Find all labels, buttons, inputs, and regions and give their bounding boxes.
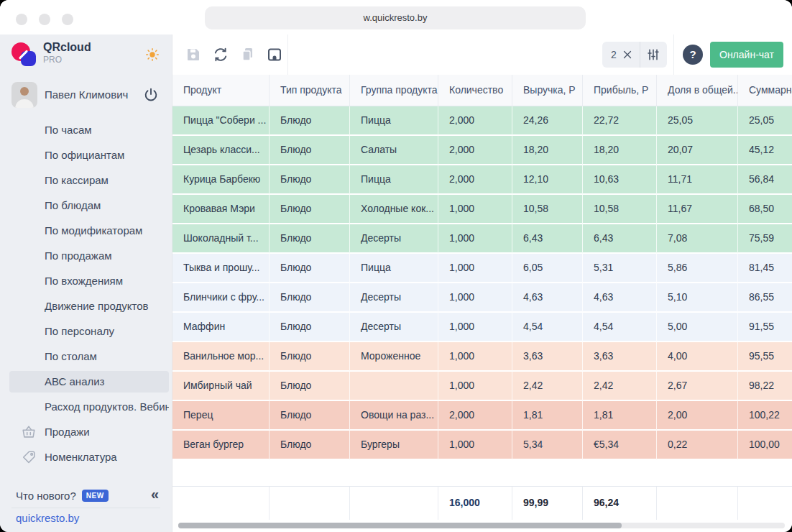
column-header[interactable]: Прибыль, Р <box>583 75 657 106</box>
table-cell: 2,000 <box>438 136 512 165</box>
sidebar-item[interactable]: Расход продуктов. Вебин... <box>9 396 169 418</box>
theme-sun-icon[interactable] <box>144 47 160 63</box>
scrollbar-thumb[interactable] <box>178 523 622 528</box>
table-row[interactable]: Цезарь класси...БлюдоСалаты2,00018,2018,… <box>172 136 792 165</box>
sidebar-item[interactable]: По вхождениям <box>9 270 169 292</box>
table-cell: 86,55 <box>738 283 792 313</box>
column-header[interactable]: Количество <box>438 75 512 106</box>
table-cell: 5,31 <box>583 254 657 283</box>
table-cell: 10,58 <box>583 195 657 224</box>
refresh-icon <box>212 46 229 63</box>
refresh-button[interactable] <box>211 45 230 64</box>
column-header[interactable]: Тип продукта <box>270 75 350 106</box>
table-cell: 6,43 <box>583 224 657 254</box>
filter-sliders-icon[interactable] <box>646 47 660 62</box>
table-row[interactable]: Курица БарбекюБлюдоПицца2,00012,1010,631… <box>172 165 792 195</box>
table-cell: 100,22 <box>738 401 792 431</box>
column-header[interactable]: Выручка, Р <box>512 75 583 106</box>
table-cell: 0,22 <box>657 431 738 460</box>
table-cell: 12,10 <box>512 165 583 195</box>
online-chat-button[interactable]: Онлайн-чат <box>710 42 783 68</box>
table-cell: Блюдо <box>270 283 350 313</box>
logout-power-icon[interactable] <box>143 87 159 103</box>
table-row[interactable]: Шоколадный т...БлюдоДесерты1,0006,436,43… <box>172 224 792 254</box>
table-cell: €5,34 <box>583 431 657 460</box>
table-row[interactable]: Блинчики с фру...БлюдоДесерты1,0004,634,… <box>172 283 792 313</box>
table-cell: Блюдо <box>270 106 350 136</box>
sidebar-item[interactable]: По официантам <box>9 145 169 166</box>
sidebar-item[interactable]: По модификаторам <box>9 220 169 242</box>
display-icon <box>266 46 283 63</box>
table-row[interactable]: ПерецБлюдоОвощи на раз...2,0001,811,812,… <box>172 401 792 431</box>
table-cell: Кровавая Мэри <box>172 195 270 224</box>
sidebar-item[interactable]: По блюдам <box>9 195 169 216</box>
logo-row: QRcloud PRO <box>0 35 172 75</box>
table-cell: Пицца <box>350 106 438 136</box>
sidebar-item[interactable]: По столам <box>9 346 169 367</box>
column-header[interactable]: Суммарная <box>738 75 792 106</box>
copy-button[interactable] <box>239 45 257 64</box>
table-cell: Бургеры <box>350 431 438 460</box>
window-close-dot[interactable] <box>16 14 27 25</box>
sidebar-section-label: Продажи <box>45 426 90 438</box>
table-cell: Блюдо <box>270 342 350 372</box>
table-row[interactable]: Пицца "Собери ...БлюдоПицца2,00024,2622,… <box>172 106 792 136</box>
table-cell: Пицца "Собери ... <box>172 106 270 136</box>
table-cell: 4,63 <box>583 283 657 313</box>
total-cell <box>350 487 438 520</box>
site-link[interactable]: quickresto.by <box>16 510 79 526</box>
table-cell: 4,54 <box>583 313 657 342</box>
table-cell: 1,000 <box>438 254 512 283</box>
filter-chip[interactable]: 2 <box>602 42 667 68</box>
table-cell: Пицца <box>350 254 438 283</box>
table-cell: 1,000 <box>438 224 512 254</box>
toolbar-divider <box>287 35 288 75</box>
table-cell: 5,00 <box>657 313 738 342</box>
sidebar-item[interactable]: АВС анализ <box>9 371 169 393</box>
table-row[interactable]: МаффинБлюдоДесерты1,0004,544,545,0091,55 <box>172 313 792 342</box>
collapse-sidebar-icon[interactable]: « <box>151 486 159 503</box>
sidebar-item[interactable]: По кассирам <box>9 170 169 191</box>
table-cell: 22,72 <box>583 106 657 136</box>
column-header[interactable]: Продукт <box>172 75 270 106</box>
sidebar-section-номенклатура[interactable]: Номенклатура <box>9 446 169 468</box>
table-row[interactable]: Ванильное мор...БлюдоМороженное1,0003,63… <box>172 342 792 372</box>
display-button[interactable] <box>265 45 284 64</box>
table-cell: Мороженное <box>350 342 438 372</box>
table-cell: 2,000 <box>438 401 512 431</box>
table-cell: Десерты <box>350 224 438 254</box>
sidebar-section-продажи[interactable]: Продажи <box>9 421 169 443</box>
new-badge: NEW <box>82 490 109 502</box>
table-cell: 95,55 <box>738 342 792 372</box>
table-header: ПродуктТип продуктаГруппа продуктаКоличе… <box>172 75 792 106</box>
table-cell: 2,000 <box>438 106 512 136</box>
window-zoom-dot[interactable] <box>62 14 73 25</box>
table-cell: Блюдо <box>270 372 350 401</box>
horizontal-scrollbar[interactable] <box>178 523 785 528</box>
sidebar-item[interactable]: По продажам <box>9 245 169 267</box>
table-row[interactable]: Имбирный чайБлюдо1,0002,422,422,6798,22 <box>172 372 792 401</box>
table-cell: 1,000 <box>438 431 512 460</box>
table-row[interactable]: Тыква и прошу...БлюдоПицца1,0006,055,315… <box>172 254 792 283</box>
table-cell: Блюдо <box>270 401 350 431</box>
table-row[interactable]: Веган бургерБлюдоБургеры1,0005,34€5,340,… <box>172 431 792 460</box>
column-header[interactable]: Доля в общей... <box>657 75 738 106</box>
user-row: Павел Климович <box>11 82 160 108</box>
sidebar-item[interactable]: По часам <box>9 119 169 141</box>
table-cell: 5,34 <box>512 431 583 460</box>
sidebar-item[interactable]: Движение продуктов <box>9 295 169 317</box>
column-header[interactable]: Группа продукта <box>350 75 438 106</box>
table-cell: 1,81 <box>512 401 583 431</box>
main-area: 2 ? Онлайн-чат ПродуктТип продуктаГруппа… <box>172 35 792 532</box>
clear-filters-close-icon[interactable] <box>621 48 634 61</box>
toolbar-divider-right <box>673 35 674 75</box>
save-button[interactable] <box>184 45 203 64</box>
table-row[interactable]: Кровавая МэриБлюдоХолодные кок...1,00010… <box>172 195 792 224</box>
whats-new-link[interactable]: Что нового? <box>16 490 76 502</box>
sidebar-item[interactable]: По персоналу <box>9 321 169 342</box>
url-bar[interactable]: w.quickresto.by <box>205 6 586 29</box>
window-minimize-dot[interactable] <box>39 14 50 25</box>
help-button[interactable]: ? <box>683 45 703 65</box>
table-cell: 7,08 <box>657 224 738 254</box>
table-cell: 6,43 <box>512 224 583 254</box>
